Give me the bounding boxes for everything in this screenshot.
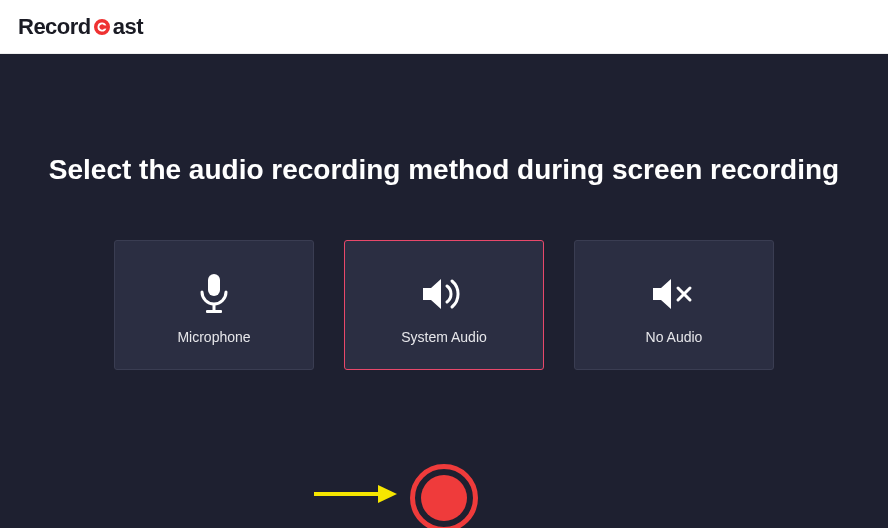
option-no-audio-label: No Audio xyxy=(646,329,703,345)
microphone-icon xyxy=(197,265,231,323)
record-area: Click to Start Recording xyxy=(0,464,888,528)
audio-options: Microphone System Audio No Audio xyxy=(0,240,888,370)
speaker-icon xyxy=(419,265,469,323)
svg-rect-1 xyxy=(208,274,220,296)
option-system-audio-label: System Audio xyxy=(401,329,487,345)
brand-post: ast xyxy=(113,14,143,40)
brand-logo: Record ast xyxy=(18,14,143,40)
option-microphone[interactable]: Microphone xyxy=(114,240,314,370)
svg-rect-2 xyxy=(213,304,216,311)
svg-rect-3 xyxy=(206,310,222,313)
page-title: Select the audio recording method during… xyxy=(0,154,888,186)
start-recording-button[interactable] xyxy=(410,464,478,528)
option-system-audio[interactable]: System Audio xyxy=(344,240,544,370)
speaker-mute-icon xyxy=(649,265,699,323)
option-no-audio[interactable]: No Audio xyxy=(574,240,774,370)
option-microphone-label: Microphone xyxy=(177,329,250,345)
record-logo-icon xyxy=(92,17,112,37)
main-panel: Select the audio recording method during… xyxy=(0,54,888,528)
header: Record ast xyxy=(0,0,888,54)
brand-pre: Record xyxy=(18,14,91,40)
